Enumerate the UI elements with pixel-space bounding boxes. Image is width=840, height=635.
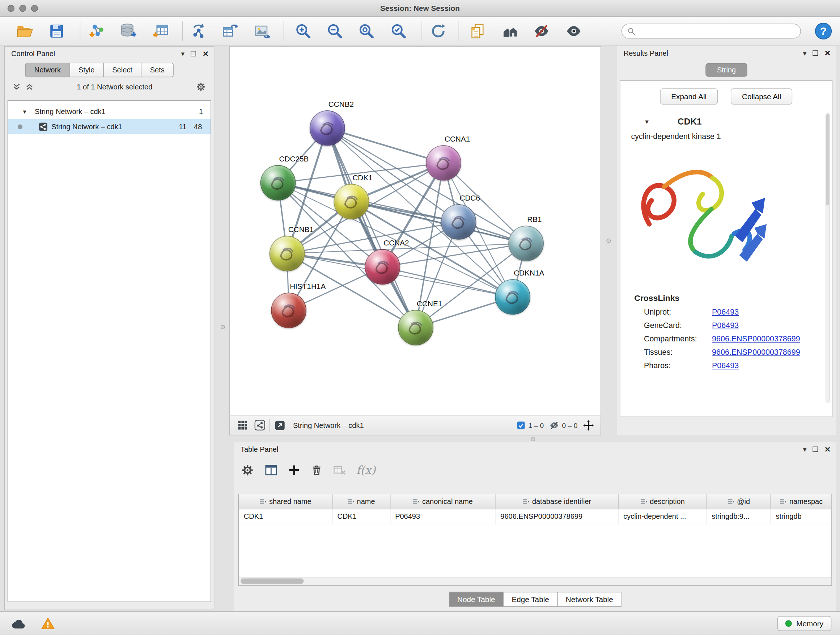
show-columns-icon[interactable]: [264, 463, 278, 477]
zoom-fit-button[interactable]: [355, 20, 378, 42]
gear-icon[interactable]: [196, 81, 207, 92]
column-header[interactable]: name: [332, 494, 390, 509]
network-row-selected[interactable]: String Network – cdk1 11 48: [8, 119, 210, 134]
collapse-panel-icon[interactable]: ▾: [803, 446, 807, 453]
add-column-plus-icon[interactable]: [287, 464, 301, 477]
memory-button[interactable]: Memory: [777, 616, 831, 631]
collapse-panel-icon[interactable]: ▾: [181, 50, 185, 57]
zoom-selected-button[interactable]: [387, 20, 410, 42]
table-cell[interactable]: P06493: [390, 509, 496, 524]
tab-style[interactable]: Style: [69, 63, 104, 77]
import-network-database-button[interactable]: [116, 20, 140, 42]
table-cell[interactable]: cyclin-dependent ...: [619, 509, 707, 524]
fit-crosshair-icon[interactable]: [583, 420, 594, 431]
network-node-cdk1[interactable]: [334, 184, 369, 219]
table-row[interactable]: CDK1 CDK1 P06493 9606.ENSP00000378699 cy…: [239, 509, 831, 524]
table-horizontal-scrollbar[interactable]: [239, 577, 831, 585]
save-session-button[interactable]: [45, 20, 68, 42]
network-node-ccne1[interactable]: [398, 310, 433, 345]
gene-collapse-icon[interactable]: ▼: [644, 119, 650, 125]
close-panel-icon[interactable]: ×: [202, 49, 208, 59]
tab-network[interactable]: Network: [25, 63, 70, 77]
close-panel-icon[interactable]: ×: [825, 445, 831, 454]
network-node-ccna2[interactable]: [365, 249, 400, 285]
window-minimize-button[interactable]: [19, 5, 26, 11]
float-panel-icon[interactable]: [191, 51, 196, 57]
open-session-button[interactable]: [13, 20, 36, 42]
gene-section-header[interactable]: ▼ CDK1: [621, 116, 832, 126]
zoom-in-button[interactable]: [292, 20, 315, 42]
window-close-button[interactable]: [8, 5, 14, 11]
export-image-button[interactable]: [250, 20, 274, 42]
network-node-ccna1[interactable]: [426, 145, 461, 181]
results-scrollbar[interactable]: [826, 113, 830, 402]
table-settings-gear-icon[interactable]: [240, 463, 255, 477]
float-panel-icon[interactable]: [813, 447, 818, 452]
network-collection-row[interactable]: ▼ String Network – cdk1 1: [8, 104, 210, 119]
import-network-file-button[interactable]: [85, 20, 109, 42]
column-header[interactable]: database identifier: [496, 494, 619, 509]
collapse-panel-icon[interactable]: ▾: [803, 50, 807, 57]
hidden-eye-slash-icon[interactable]: [549, 420, 559, 430]
close-panel-icon[interactable]: ×: [825, 48, 831, 58]
window-zoom-button[interactable]: [31, 5, 38, 11]
apply-preferred-layout-button[interactable]: [426, 20, 450, 42]
show-all-button[interactable]: [562, 20, 585, 42]
tab-select[interactable]: Select: [103, 63, 141, 77]
tab-network-table[interactable]: Network Table: [557, 592, 622, 607]
network-node-hist1h1a[interactable]: [271, 293, 306, 328]
copy-document-button[interactable]: [466, 20, 489, 42]
import-table-button[interactable]: [149, 20, 173, 42]
tab-string[interactable]: String: [706, 63, 747, 77]
cloud-status-icon[interactable]: [11, 616, 27, 631]
collapse-all-icon[interactable]: [12, 82, 21, 91]
delete-column-trash-icon[interactable]: [310, 464, 323, 477]
tab-node-table[interactable]: Node Table: [448, 592, 504, 607]
network-view-canvas[interactable]: CCNB2CCNA1CDC25BCDK1CDC6RB1CCNB1CCNA2CDK…: [229, 46, 601, 415]
warning-icon[interactable]: [41, 616, 55, 631]
table-cell[interactable]: 9606.ENSP00000378699: [496, 509, 619, 524]
zoom-out-button[interactable]: [323, 20, 347, 42]
table-cell[interactable]: CDK1: [239, 509, 332, 524]
crosslink-pharos-link[interactable]: P06493: [712, 361, 739, 370]
network-node-cdkn1a[interactable]: [495, 279, 531, 315]
export-table-button[interactable]: [218, 20, 242, 42]
function-builder-fx[interactable]: f(x): [356, 464, 376, 477]
crosslink-genecard-link[interactable]: P06493: [712, 321, 739, 330]
crosslink-tissues-link[interactable]: 9606.ENSP00000378699: [712, 348, 800, 356]
tab-sets[interactable]: Sets: [141, 63, 174, 77]
help-button[interactable]: ?: [812, 20, 835, 42]
network-node-rb1[interactable]: [508, 226, 544, 261]
new-network-button[interactable]: [187, 20, 210, 42]
table-cell[interactable]: stringdb:9...: [707, 509, 771, 524]
open-in-new-window-icon[interactable]: [274, 420, 286, 431]
vertical-splitter-handle[interactable]: [606, 239, 611, 243]
float-panel-icon[interactable]: [813, 50, 818, 56]
column-header[interactable]: @id: [707, 494, 771, 509]
table-cell[interactable]: CDK1: [332, 509, 390, 524]
network-node-cdc6[interactable]: [441, 204, 477, 240]
selected-checkbox-icon[interactable]: [516, 421, 526, 430]
tab-edge-table[interactable]: Edge Table: [503, 592, 558, 607]
network-node-ccnb2[interactable]: [309, 111, 345, 146]
column-header[interactable]: canonical name: [390, 494, 496, 509]
expand-all-button[interactable]: Expand All: [660, 88, 718, 104]
network-node-ccnb1[interactable]: [270, 236, 305, 272]
grid-view-icon[interactable]: [237, 420, 248, 431]
column-header[interactable]: namespac: [771, 494, 831, 509]
column-header[interactable]: description: [619, 494, 707, 509]
hide-selected-button[interactable]: [530, 20, 554, 42]
crosslink-uniprot-link[interactable]: P06493: [712, 308, 739, 317]
crosslink-compartments-link[interactable]: 9606.ENSP00000378699: [712, 334, 800, 343]
network-node-cdc25b[interactable]: [261, 165, 296, 201]
vertical-splitter-handle[interactable]: [221, 325, 225, 329]
expand-all-icon[interactable]: [25, 82, 34, 91]
tree-expand-icon[interactable]: ▼: [22, 109, 27, 114]
collapse-all-button[interactable]: Collapse All: [731, 88, 793, 104]
table-cell[interactable]: stringdb: [771, 509, 831, 524]
horizontal-splitter-handle[interactable]: [531, 437, 535, 441]
search-input[interactable]: [638, 27, 800, 35]
birdseye-view-icon[interactable]: [254, 420, 265, 431]
home-button[interactable]: [498, 20, 522, 42]
column-header[interactable]: shared name: [239, 494, 332, 509]
